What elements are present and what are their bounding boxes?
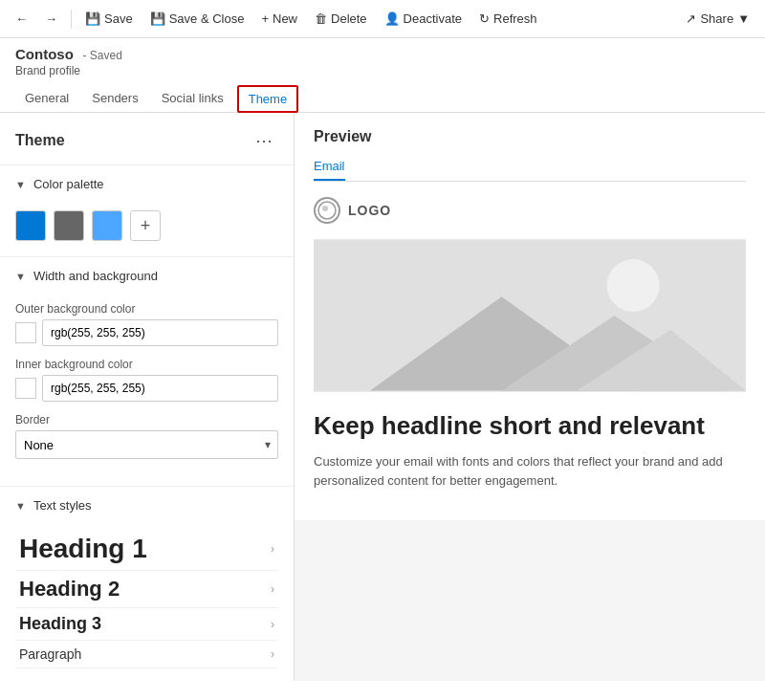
forward-button[interactable]: → [37,7,65,31]
email-preview: LOGO K [314,197,746,490]
inner-bg-field: Inner background color [15,358,278,402]
refresh-icon: ↻ [479,11,490,26]
forward-icon: → [45,11,57,26]
svg-point-3 [607,259,660,312]
app-title-row: Contoso - Saved [15,46,750,62]
new-button[interactable]: + New [253,7,305,31]
heading3-label: Heading 3 [19,614,101,634]
add-color-button[interactable]: + [130,210,161,241]
outer-bg-color-preview[interactable] [15,322,36,343]
app-title: Contoso [15,46,74,62]
panel-more-button[interactable]: ⋯ [250,128,278,153]
delete-icon: 🗑 [315,11,327,26]
preview-tab-email[interactable]: Email [314,153,345,181]
chevron-down-icon-3: ▼ [15,500,26,512]
share-label: Share [700,11,733,26]
border-select-wrapper: None Solid Dashed [15,430,278,459]
inner-bg-input[interactable] [42,375,278,402]
refresh-button[interactable]: ↻ Refresh [471,7,545,31]
border-select[interactable]: None Solid Dashed [15,430,278,459]
heading3-item[interactable]: Heading 3 › [15,608,278,641]
save-button[interactable]: 💾 Save [77,7,141,31]
deactivate-button[interactable]: 👤 Deactivate [377,7,470,31]
color-palette-content: + [0,203,294,256]
tab-senders[interactable]: Senders [82,85,147,113]
section-text-styles-header[interactable]: ▼ Text styles [0,487,294,524]
chevron-down-icon: ▼ [15,179,26,190]
divider-1 [71,10,72,29]
app-subtitle: Brand profile [15,64,750,77]
heading1-label: Heading 1 [19,534,147,564]
paragraph-item[interactable]: Paragraph › [15,641,278,668]
heading2-item[interactable]: Heading 2 › [15,571,278,608]
outer-bg-input[interactable] [42,319,278,346]
left-panel: Theme ⋯ ▼ Color palette + ▼ Width [0,113,295,681]
right-panel: Preview Email LOGO [295,113,765,681]
section-color-palette: ▼ Color palette + [0,165,294,257]
inner-bg-input-row [15,375,278,402]
outer-bg-field: Outer background color [15,302,278,346]
chevron-down-icon-2: ▼ [15,271,26,282]
share-chevron-icon: ▼ [737,11,750,26]
outer-bg-input-row [15,319,278,346]
inner-bg-color-preview[interactable] [15,378,36,399]
app-header: Contoso - Saved Brand profile [0,38,765,77]
logo-icon [314,197,340,224]
heading1-item[interactable]: Heading 1 › [15,528,278,571]
chevron-right-icon-4: › [271,647,274,661]
save-close-button[interactable]: 💾 Save & Close [142,7,252,31]
logo-text: LOGO [348,203,391,218]
preview-container: Preview Email LOGO [295,113,765,520]
width-background-label: Width and background [33,269,158,283]
width-background-content: Outer background color Inner background … [0,295,294,486]
nav-tabs: General Senders Social links Theme [0,77,765,113]
deactivate-label: Deactivate [404,11,462,26]
email-logo-row: LOGO [314,197,746,224]
svg-point-1 [322,206,328,211]
toolbar: ← → 💾 Save 💾 Save & Close + New 🗑 Delete… [0,0,765,38]
main-layout: Theme ⋯ ▼ Color palette + ▼ Width [0,113,765,681]
text-styles-label: Text styles [33,498,92,513]
new-label: New [273,11,297,26]
save-close-icon: 💾 [150,11,165,26]
email-body: Customize your email with fonts and colo… [314,452,746,490]
share-icon: ↗ [686,11,696,26]
border-label: Border [15,413,278,427]
back-icon: ← [15,11,28,26]
save-label: Save [104,11,133,26]
color-palette-label: Color palette [33,177,104,191]
color-swatch-lightblue[interactable] [92,210,122,241]
section-width-background-header[interactable]: ▼ Width and background [0,257,294,295]
new-icon: + [261,11,269,26]
text-styles-content: Heading 1 › Heading 2 › Heading 3 › Para… [0,524,294,681]
border-field: Border None Solid Dashed [15,413,278,459]
save-icon: 💾 [85,11,100,26]
section-text-styles: ▼ Text styles Heading 1 › Heading 2 › He… [0,487,294,681]
tab-social-links[interactable]: Social links [152,85,233,113]
back-button[interactable]: ← [8,7,35,31]
preview-tabs: Email [314,153,746,182]
save-close-label: Save & Close [169,11,245,26]
paragraph-label: Paragraph [19,646,81,662]
color-swatches: + [15,210,278,241]
saved-status: - Saved [82,49,121,62]
chevron-right-icon-2: › [271,582,274,596]
deactivate-icon: 👤 [384,11,400,26]
section-color-palette-header[interactable]: ▼ Color palette [0,165,294,203]
preview-title: Preview [314,128,746,145]
refresh-label: Refresh [493,11,537,26]
inner-bg-label: Inner background color [15,358,278,371]
section-width-background: ▼ Width and background Outer background … [0,257,294,487]
share-button[interactable]: ↗ Share ▼ [678,7,757,31]
heading2-label: Heading 2 [19,577,120,602]
delete-button[interactable]: 🗑 Delete [307,7,375,31]
tab-general[interactable]: General [15,85,78,113]
panel-header: Theme ⋯ [0,113,294,165]
color-swatch-blue[interactable] [15,210,46,241]
color-swatch-gray[interactable] [54,210,84,241]
hero-image-placeholder [314,239,746,392]
chevron-right-icon-1: › [271,542,274,556]
delete-label: Delete [331,11,367,26]
email-headline: Keep headline short and relevant [314,411,746,441]
tab-theme[interactable]: Theme [237,85,298,113]
